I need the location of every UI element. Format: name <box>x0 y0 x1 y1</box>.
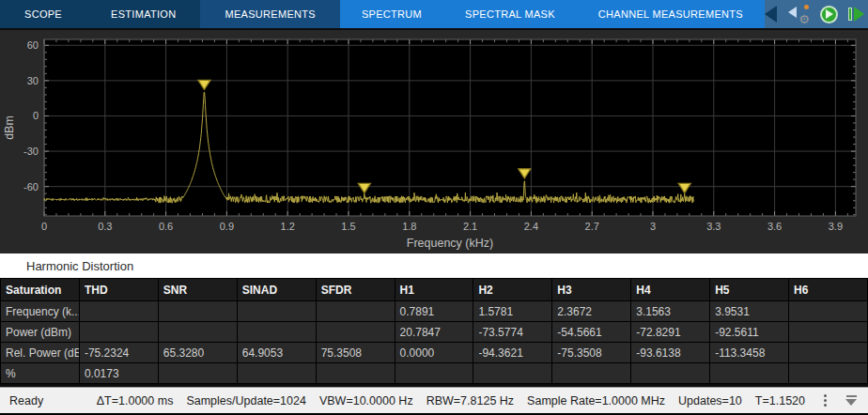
y-tick-label: -60 <box>23 181 39 192</box>
harmonic-distortion-table: SaturationTHDSNRSINADSFDRH1H2H3H4H5H6Fre… <box>0 278 868 384</box>
table-cell <box>789 363 868 384</box>
table-cell: 20.7847 <box>395 322 473 343</box>
table-cell <box>789 301 868 322</box>
status-item: Samples/Update=1024 <box>186 394 306 407</box>
run-button[interactable] <box>820 6 838 23</box>
gear-icon: ⚙ <box>798 13 810 25</box>
y-axis-label: dBm <box>3 115 16 140</box>
tab-spectrum[interactable]: SPECTRUM <box>340 0 443 28</box>
x-tick-label: 1.8 <box>402 221 416 232</box>
x-tick-label: 3 <box>650 221 656 232</box>
x-tick-label: 3.6 <box>767 221 782 232</box>
table-cell: Power (dBm) <box>1 322 80 343</box>
x-tick-label: 2.1 <box>463 221 477 232</box>
y-tick-label: 0 <box>33 110 39 121</box>
contextual-tab-group: SPECTRUM SPECTRAL MASK CHANNEL MEASUREME… <box>340 0 765 28</box>
table-cell <box>316 301 395 322</box>
x-tick-label: 3.3 <box>706 221 721 232</box>
table-row: %0.0173 <box>1 363 868 384</box>
table-header-thd: THD <box>79 279 158 301</box>
table-cell: 0.0000 <box>395 343 473 363</box>
x-tick-label: 3.9 <box>829 221 843 232</box>
step-forward-button[interactable] <box>848 7 864 22</box>
status-bar: Ready ΔT=1.0000 msSamples/Update=1024VBW… <box>0 387 868 413</box>
toolstrip-tabbar: SCOPE ESTIMATION MEASUREMENTS SPECTRUM S… <box>0 0 868 28</box>
table-header-h3: H3 <box>552 279 631 301</box>
notification-dot <box>804 5 809 9</box>
table-row: Frequency (k...0.78911.57812.36723.15633… <box>1 301 868 322</box>
table-cell <box>158 322 237 343</box>
table-cell: -75.3508 <box>552 343 631 363</box>
y-tick-label: -30 <box>23 146 39 157</box>
table-cell: 3.1563 <box>631 301 710 322</box>
tab-scope[interactable]: SCOPE <box>0 0 86 28</box>
table-cell: -94.3621 <box>473 343 552 363</box>
step-triangle-icon <box>854 7 864 22</box>
step-bar-icon <box>848 8 852 21</box>
tab-measurements[interactable]: MEASUREMENTS <box>200 0 340 28</box>
table-header-saturation: Saturation <box>1 279 80 301</box>
x-tick-label: 0.9 <box>220 221 234 232</box>
status-item: Sample Rate=1.0000 MHz <box>527 394 665 407</box>
step-back-options-button[interactable]: ⚙ <box>787 5 810 23</box>
table-cell <box>316 363 395 384</box>
status-item: RBW=7.8125 Hz <box>426 394 514 407</box>
table-cell <box>631 363 710 384</box>
x-tick-label: 1.5 <box>341 221 355 232</box>
table-row: Rel. Power (dB...-75.232465.328064.90537… <box>1 343 868 363</box>
table-cell: 0.7891 <box>395 301 473 322</box>
table-cell <box>789 322 868 343</box>
tab-channel-measurements[interactable]: CHANNEL MEASUREMENTS <box>577 0 765 28</box>
table-cell <box>237 301 316 322</box>
table-header-h1: H1 <box>395 279 473 301</box>
table-cell <box>395 363 473 384</box>
table-cell <box>158 363 237 384</box>
y-tick-label: 60 <box>27 39 39 51</box>
table-cell: 64.9053 <box>237 343 316 363</box>
simulation-toolbar: ⚙ ? <box>765 0 868 28</box>
table-cell: 0.0173 <box>79 363 158 384</box>
harmonic-distortion-table-wrap: SaturationTHDSNRSINADSFDRH1H2H3H4H5H6Fre… <box>0 278 868 387</box>
x-tick-label: 2.4 <box>524 221 538 232</box>
status-kebab-menu-icon[interactable] <box>820 392 830 408</box>
spectrum-plot[interactable]: 00.30.60.91.21.51.82.12.42.733.33.63.960… <box>0 30 868 255</box>
table-cell <box>552 363 631 384</box>
y-tick-label: 30 <box>27 75 39 86</box>
tab-spectral-mask[interactable]: SPECTRAL MASK <box>443 0 577 28</box>
table-cell: -72.8291 <box>631 322 710 343</box>
play-icon <box>826 9 833 19</box>
table-cell <box>473 363 552 384</box>
status-item: ΔT=1.0000 ms <box>97 394 174 407</box>
tab-estimation[interactable]: ESTIMATION <box>86 0 200 28</box>
table-cell <box>316 322 395 343</box>
step-back-icon <box>788 7 797 18</box>
table-cell: Rel. Power (dB... <box>1 343 80 363</box>
table-cell: -92.5611 <box>710 322 789 343</box>
table-cell: -93.6138 <box>631 343 710 363</box>
status-item: VBW=10.0000 Hz <box>319 394 413 407</box>
x-tick-label: 0.3 <box>98 221 112 232</box>
table-cell: 1.5781 <box>473 301 552 322</box>
table-cell: -113.3458 <box>710 343 789 363</box>
table-cell <box>237 322 316 343</box>
table-cell: % <box>1 363 80 384</box>
table-cell <box>237 363 316 384</box>
x-tick-label: 0 <box>41 221 47 232</box>
table-cell <box>79 301 158 322</box>
table-cell <box>158 301 237 322</box>
table-cell: -75.2324 <box>79 343 158 363</box>
table-header-h6: H6 <box>789 279 868 301</box>
status-item: Updates=10 <box>678 394 742 407</box>
table-cell: 2.3672 <box>552 301 631 322</box>
table-cell: 75.3508 <box>316 343 395 363</box>
panel-title: Harmonic Distortion <box>26 259 133 273</box>
table-header-sfdr: SFDR <box>316 279 395 301</box>
collapse-chevron-icon <box>765 6 777 23</box>
spectrum-scope-area: 00.30.60.91.21.51.82.12.42.733.33.63.960… <box>0 28 868 254</box>
table-cell: -73.5774 <box>473 322 552 343</box>
table-cell: 3.9531 <box>710 301 789 322</box>
dock-icon[interactable] <box>844 393 859 407</box>
status-item: T=1.1520 <box>755 394 805 407</box>
table-cell <box>79 322 158 343</box>
x-tick-label: 1.2 <box>281 221 295 232</box>
